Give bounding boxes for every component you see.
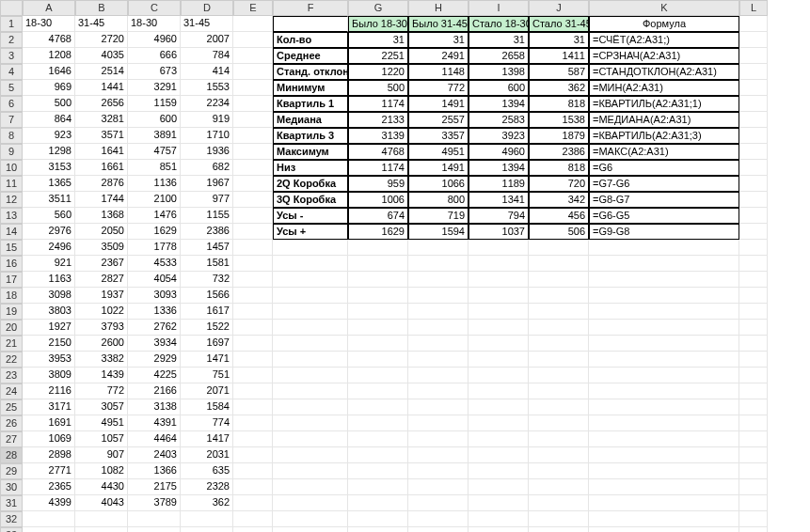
cell-E14[interactable]: [233, 224, 273, 240]
cell-I16[interactable]: [469, 256, 529, 272]
row-header-28[interactable]: 28: [0, 447, 23, 463]
cell-J7[interactable]: 1538: [529, 112, 589, 128]
cell-A29[interactable]: 2771: [23, 463, 75, 479]
cell-D33[interactable]: [181, 527, 233, 532]
cell-F12[interactable]: 3Q Коробка: [273, 192, 348, 208]
cell-J1[interactable]: Стало 31-45: [529, 16, 589, 32]
cell-K9[interactable]: =МАКС(A2:A31): [589, 144, 739, 160]
row-header-31[interactable]: 31: [0, 495, 23, 511]
cell-I26[interactable]: [469, 415, 529, 431]
cell-E20[interactable]: [233, 320, 273, 336]
cell-B32[interactable]: [75, 511, 128, 527]
col-header-L[interactable]: L: [739, 0, 768, 16]
cell-I23[interactable]: [469, 368, 529, 383]
cell-A28[interactable]: 2898: [23, 447, 75, 463]
cell-H2[interactable]: 31: [408, 32, 469, 48]
cell-F4[interactable]: Станд. отклон: [273, 64, 348, 80]
cell-K24[interactable]: [589, 383, 739, 399]
cell-A12[interactable]: 3511: [23, 192, 75, 208]
cell-E32[interactable]: [233, 511, 273, 527]
cell-L6[interactable]: [739, 96, 768, 112]
cell-J31[interactable]: [529, 495, 589, 511]
cell-F19[interactable]: [273, 304, 348, 320]
row-header-12[interactable]: 12: [0, 192, 23, 208]
col-header-B[interactable]: B: [75, 0, 128, 16]
col-header-A[interactable]: A: [23, 0, 75, 16]
cell-G32[interactable]: [348, 511, 408, 527]
cell-B12[interactable]: 1744: [75, 192, 128, 208]
cell-B11[interactable]: 2876: [75, 176, 128, 192]
cell-G7[interactable]: 2133: [348, 112, 408, 128]
cell-B7[interactable]: 3281: [75, 112, 128, 128]
cell-L21[interactable]: [739, 336, 768, 352]
cell-G1[interactable]: Было 18-30: [348, 16, 408, 32]
cell-K31[interactable]: [589, 495, 739, 511]
cell-K25[interactable]: [589, 399, 739, 415]
cell-A6[interactable]: 500: [23, 96, 75, 112]
cell-C5[interactable]: 3291: [128, 80, 181, 96]
cell-B1[interactable]: 31-45: [75, 16, 128, 32]
cell-D5[interactable]: 1553: [181, 80, 233, 96]
cell-K15[interactable]: [589, 240, 739, 256]
cell-B23[interactable]: 1439: [75, 368, 128, 383]
cell-D32[interactable]: [181, 511, 233, 527]
cell-C4[interactable]: 673: [128, 64, 181, 80]
cell-K28[interactable]: [589, 447, 739, 463]
cell-G29[interactable]: [348, 463, 408, 479]
cell-B26[interactable]: 4951: [75, 415, 128, 431]
cell-C8[interactable]: 3891: [128, 128, 181, 144]
cell-B17[interactable]: 2827: [75, 272, 128, 288]
cell-L28[interactable]: [739, 447, 768, 463]
cell-A32[interactable]: [23, 511, 75, 527]
cell-F31[interactable]: [273, 495, 348, 511]
cell-E27[interactable]: [233, 431, 273, 447]
cell-H1[interactable]: Было 31-45: [408, 16, 469, 32]
cell-C18[interactable]: 3093: [128, 288, 181, 304]
cell-E28[interactable]: [233, 447, 273, 463]
cell-C1[interactable]: 18-30: [128, 16, 181, 32]
corner-cell[interactable]: [0, 0, 23, 16]
cell-B4[interactable]: 2514: [75, 64, 128, 80]
cell-J10[interactable]: 818: [529, 160, 589, 176]
cell-F20[interactable]: [273, 320, 348, 336]
cell-H18[interactable]: [408, 288, 469, 304]
cell-A5[interactable]: 969: [23, 80, 75, 96]
row-header-8[interactable]: 8: [0, 128, 23, 144]
cell-K14[interactable]: =G9-G8: [589, 224, 739, 240]
col-header-K[interactable]: K: [589, 0, 739, 16]
cell-E19[interactable]: [233, 304, 273, 320]
cell-C22[interactable]: 2929: [128, 352, 181, 368]
row-header-10[interactable]: 10: [0, 160, 23, 176]
col-header-I[interactable]: I: [469, 0, 529, 16]
cell-I17[interactable]: [469, 272, 529, 288]
cell-B19[interactable]: 1022: [75, 304, 128, 320]
cell-G22[interactable]: [348, 352, 408, 368]
cell-A33[interactable]: [23, 527, 75, 532]
cell-K8[interactable]: =КВАРТИЛЬ(A2:A31;3): [589, 128, 739, 144]
cell-I18[interactable]: [469, 288, 529, 304]
cell-F15[interactable]: [273, 240, 348, 256]
cell-H25[interactable]: [408, 399, 469, 415]
cell-H6[interactable]: 1491: [408, 96, 469, 112]
cell-E3[interactable]: [233, 48, 273, 64]
cell-F23[interactable]: [273, 368, 348, 383]
cell-G12[interactable]: 1006: [348, 192, 408, 208]
cell-J20[interactable]: [529, 320, 589, 336]
cell-C25[interactable]: 3138: [128, 399, 181, 415]
cell-F6[interactable]: Квартиль 1: [273, 96, 348, 112]
cell-J2[interactable]: 31: [529, 32, 589, 48]
cell-E4[interactable]: [233, 64, 273, 80]
cell-C30[interactable]: 2175: [128, 479, 181, 495]
cell-E10[interactable]: [233, 160, 273, 176]
cell-B2[interactable]: 2720: [75, 32, 128, 48]
cell-H30[interactable]: [408, 479, 469, 495]
cell-A17[interactable]: 1163: [23, 272, 75, 288]
cell-H24[interactable]: [408, 383, 469, 399]
cell-E31[interactable]: [233, 495, 273, 511]
cell-K13[interactable]: =G6-G5: [589, 208, 739, 224]
cell-K33[interactable]: [589, 527, 739, 532]
cell-J12[interactable]: 342: [529, 192, 589, 208]
cell-H26[interactable]: [408, 415, 469, 431]
cell-H22[interactable]: [408, 352, 469, 368]
cell-I27[interactable]: [469, 431, 529, 447]
